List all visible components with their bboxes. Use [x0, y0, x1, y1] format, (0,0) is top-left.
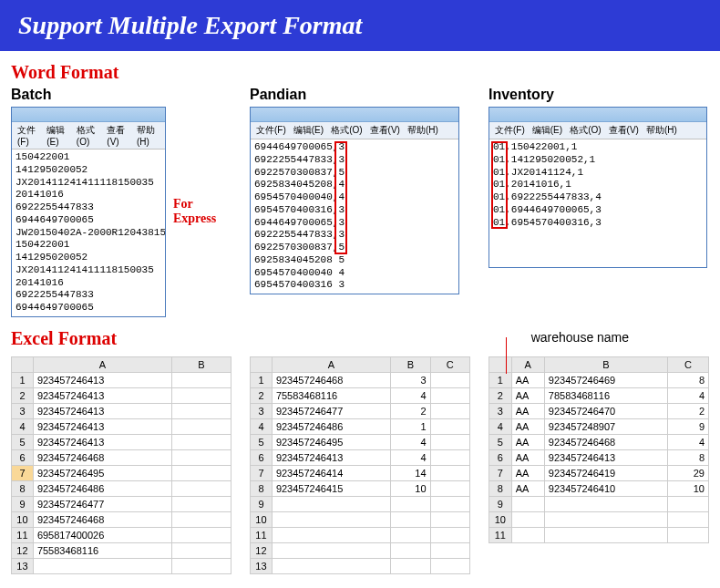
menu-format[interactable]: 格式(O): [570, 124, 601, 137]
excel-cell[interactable]: [391, 558, 430, 573]
excel-row-header[interactable]: 4: [251, 418, 273, 434]
excel-cell[interactable]: 923457246468: [272, 372, 390, 387]
excel-cell[interactable]: [667, 527, 708, 542]
excel-cell[interactable]: [171, 465, 231, 480]
excel-inventory[interactable]: ABC1AA92345724646982AA7858346811643AA923…: [489, 356, 709, 543]
notepad-menubar[interactable]: 文件(F) 编辑(E) 格式(O) 查看(V) 帮助(H): [12, 122, 165, 150]
menu-edit[interactable]: 编辑(E): [46, 124, 69, 147]
excel-cell[interactable]: 10: [667, 480, 708, 496]
excel-cell[interactable]: [544, 511, 667, 527]
excel-cell[interactable]: 923457246413: [33, 403, 171, 418]
excel-row-header[interactable]: 5: [251, 434, 273, 449]
menu-file[interactable]: 文件(F): [17, 124, 39, 147]
excel-cell[interactable]: [511, 496, 544, 511]
excel-col-header[interactable]: A: [272, 356, 390, 372]
excel-col-header[interactable]: B: [544, 356, 667, 372]
excel-row-header[interactable]: 9: [12, 496, 34, 511]
excel-cell[interactable]: 4: [667, 387, 708, 403]
excel-cell[interactable]: 8: [667, 449, 708, 465]
excel-cell[interactable]: [430, 449, 469, 465]
excel-cell[interactable]: AA: [511, 434, 544, 449]
excel-row-header[interactable]: 8: [489, 480, 512, 496]
excel-row-header[interactable]: 5: [489, 434, 512, 449]
excel-cell[interactable]: [667, 496, 708, 511]
excel-row-header[interactable]: 3: [489, 403, 512, 418]
excel-cell[interactable]: [272, 527, 390, 542]
excel-cell[interactable]: [171, 418, 231, 434]
excel-cell[interactable]: [391, 527, 430, 542]
excel-row-header[interactable]: 1: [12, 372, 34, 387]
excel-row-header[interactable]: 3: [12, 403, 34, 418]
notepad-menubar[interactable]: 文件(F) 编辑(E) 格式(O) 查看(V) 帮助(H): [489, 122, 706, 139]
excel-cell[interactable]: [511, 511, 544, 527]
excel-row-header[interactable]: 2: [251, 387, 273, 403]
excel-cell[interactable]: 923457246477: [272, 403, 390, 418]
excel-cell[interactable]: [430, 542, 469, 558]
excel-row-header[interactable]: 13: [251, 558, 273, 573]
excel-row-header[interactable]: 10: [251, 511, 273, 527]
excel-cell[interactable]: 923457246469: [544, 372, 667, 387]
excel-row-header[interactable]: 8: [12, 480, 34, 496]
menu-edit[interactable]: 编辑(E): [532, 124, 562, 137]
excel-cell[interactable]: 923457246486: [33, 480, 171, 496]
excel-row-header[interactable]: 7: [251, 465, 273, 480]
excel-cell[interactable]: [430, 418, 469, 434]
notepad-content-inventory[interactable]: 01,150422001,101,141295020052,101,JX2014…: [489, 139, 706, 267]
excel-cell[interactable]: [391, 511, 430, 527]
excel-cell[interactable]: [430, 465, 469, 480]
excel-cell[interactable]: 1: [391, 418, 430, 434]
excel-row-header[interactable]: 11: [12, 527, 34, 542]
menu-edit[interactable]: 编辑(E): [293, 124, 324, 137]
excel-row-header[interactable]: 7: [12, 465, 34, 480]
excel-cell[interactable]: [430, 496, 469, 511]
excel-cell[interactable]: 923457246477: [33, 496, 171, 511]
excel-cell[interactable]: [33, 558, 171, 573]
excel-cell[interactable]: [430, 511, 469, 527]
excel-row-header[interactable]: 4: [12, 418, 34, 434]
excel-col-header[interactable]: A: [511, 356, 544, 372]
excel-cell[interactable]: [171, 372, 231, 387]
excel-row-header[interactable]: 4: [489, 418, 512, 434]
excel-cell[interactable]: [171, 480, 231, 496]
excel-cell[interactable]: [171, 387, 231, 403]
excel-batch[interactable]: AB19234572464132923457246413392345724641…: [11, 356, 231, 574]
excel-row-header[interactable]: 6: [12, 449, 34, 465]
excel-row-header[interactable]: 3: [251, 403, 273, 418]
excel-cell[interactable]: AA: [511, 387, 544, 403]
menu-format[interactable]: 格式(O): [77, 124, 99, 147]
excel-cell[interactable]: 923457246495: [33, 465, 171, 480]
excel-cell[interactable]: AA: [511, 465, 544, 480]
excel-cell[interactable]: 4: [391, 449, 430, 465]
excel-row-header[interactable]: 13: [12, 558, 34, 573]
excel-cell[interactable]: [171, 527, 231, 542]
excel-cell[interactable]: 4: [391, 387, 430, 403]
excel-cell[interactable]: 923457246414: [272, 465, 390, 480]
excel-cell[interactable]: [511, 527, 544, 542]
menu-format[interactable]: 格式(O): [331, 124, 362, 137]
excel-cell[interactable]: 923457248907: [544, 418, 667, 434]
excel-cell[interactable]: 923457246468: [544, 434, 667, 449]
excel-cell[interactable]: [272, 542, 390, 558]
excel-cell[interactable]: AA: [511, 480, 544, 496]
excel-cell[interactable]: [544, 496, 667, 511]
menu-help[interactable]: 帮助(H): [646, 124, 677, 137]
excel-cell[interactable]: [272, 496, 390, 511]
excel-row-header[interactable]: 1: [251, 372, 273, 387]
excel-cell[interactable]: 923457246468: [33, 511, 171, 527]
excel-col-header[interactable]: B: [391, 356, 430, 372]
excel-cell[interactable]: [171, 496, 231, 511]
excel-row-header[interactable]: 6: [489, 449, 512, 465]
excel-cell[interactable]: 923457246410: [544, 480, 667, 496]
excel-cell[interactable]: 923457246468: [33, 449, 171, 465]
menu-view[interactable]: 查看(V): [107, 124, 129, 147]
excel-cell[interactable]: 695817400026: [33, 527, 171, 542]
excel-cell[interactable]: [430, 480, 469, 496]
excel-cell[interactable]: 8: [667, 372, 708, 387]
excel-row-header[interactable]: 12: [12, 542, 34, 558]
excel-cell[interactable]: AA: [511, 449, 544, 465]
excel-cell[interactable]: [391, 496, 430, 511]
excel-cell[interactable]: [171, 511, 231, 527]
excel-cell[interactable]: 923457246495: [272, 434, 390, 449]
excel-col-header[interactable]: C: [667, 356, 708, 372]
excel-cell[interactable]: 3: [391, 372, 430, 387]
